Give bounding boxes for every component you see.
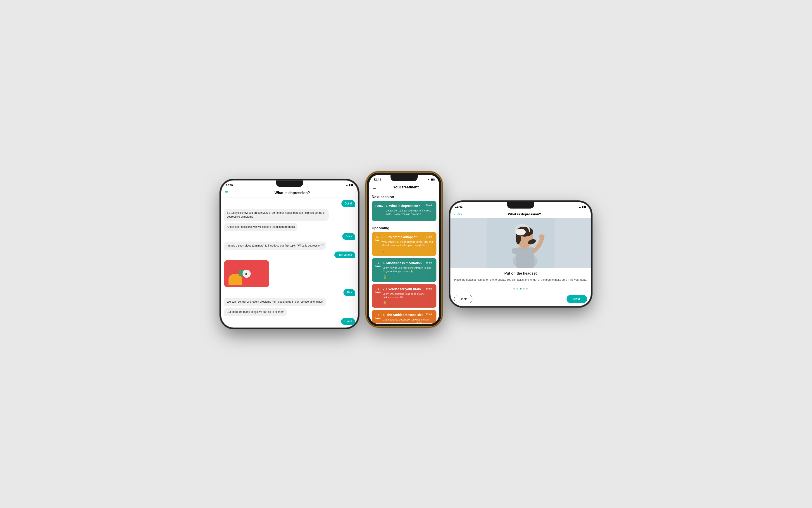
phone-1: 12:37 ▲ ▮▮▮ ☰ What is depression? Got it…	[221, 180, 358, 328]
bubble-sent-4: I get it	[341, 318, 355, 325]
card-6-content: 6. Mindfulness meditation 35 min Learn h…	[383, 261, 433, 279]
instruction-image	[450, 218, 591, 268]
status-icons-1: ▲ ▮▮▮	[346, 184, 353, 186]
step-desc: Place the headset high up on the forehea…	[454, 278, 587, 282]
notch-1	[276, 180, 303, 187]
status-icons-2: ▲ ▮▮▮	[427, 178, 435, 181]
wifi-icon-3: ▲	[579, 205, 581, 208]
dot-5	[526, 288, 528, 290]
card-6-lock: 🔒	[383, 275, 433, 279]
notch-3	[507, 202, 534, 209]
today-card-duration: 29 min	[426, 204, 433, 207]
time-1: 12:37	[226, 183, 233, 187]
phone-3: 12:41 ▲ ▮▮▮ ‹ Back What is depression?	[450, 202, 591, 306]
bubble-sent-1: Got it!	[341, 200, 355, 207]
today-tag: Today	[375, 204, 383, 207]
header-back-btn[interactable]: ‹ Back	[454, 212, 462, 216]
step-title: Put on the headset	[454, 271, 587, 276]
bubble-sent-3: I like videos	[334, 252, 355, 258]
battery-icon-3: ▮▮▮	[582, 205, 586, 208]
video-bubble[interactable]: ▶	[224, 260, 269, 287]
card-5-content: 5. Turn off the autopilot 21 min What wo…	[381, 235, 433, 253]
wifi-icon-2: ▲	[427, 178, 430, 181]
chevron-left-icon: ‹	[454, 212, 455, 216]
dot-4	[523, 288, 525, 290]
bubble-received-4: We can't control or prevent problems fro…	[224, 298, 326, 306]
time-3: 12:41	[455, 205, 462, 208]
card-6-desc: Learn how to use your concentration to s…	[383, 266, 433, 273]
battery-icon-1: ▮▮▮	[349, 184, 353, 186]
card-8-content: 8. The Antidepressant Diet 27 min Get a …	[383, 313, 433, 324]
session-card-5[interactable]: +1day 5. Turn off the autopilot 21 min W…	[372, 232, 437, 256]
video-decoration	[229, 274, 242, 285]
hamburger-icon[interactable]: ☰	[373, 185, 376, 190]
bubble-received-5: But there are many things we can do to f…	[224, 308, 287, 316]
instruction-content: Put on the headset Place the headset hig…	[450, 268, 591, 286]
card-6-title: 6. Mindfulness meditation	[383, 261, 422, 265]
phone-3-screen: 12:41 ▲ ▮▮▮ ‹ Back What is depression?	[450, 202, 591, 306]
instruction-footer: Back Next	[450, 292, 591, 306]
card-5-desc: What would you like to change in your li…	[381, 240, 433, 247]
treatment-title: Your treatment	[376, 185, 436, 189]
phone-2-screen: 12:41 ▲ ▮▮▮ ☰ Your treatment Next sessio…	[369, 175, 439, 324]
card-7-desc: Learn why exercise is as good as any ant…	[383, 292, 433, 299]
dot-3-active	[520, 288, 522, 290]
card-8-title: 8. The Antidepressant Diet	[383, 313, 422, 316]
card-5-title: 5. Turn off the autopilot	[381, 235, 416, 239]
phone-2: 12:41 ▲ ▮▮▮ ☰ Your treatment Next sessio…	[367, 173, 441, 326]
upcoming-label: Upcoming	[372, 223, 437, 232]
card-6-duration: 35 min	[426, 261, 433, 264]
back-button[interactable]: Back	[454, 295, 473, 303]
treatment-header: ☰ Your treatment	[369, 183, 439, 192]
day-tag-6: +2days	[375, 261, 380, 268]
bubble-received-3: I made a short video (1 minute) to intro…	[224, 242, 326, 250]
day-tag-7: +3days	[375, 287, 380, 294]
bubble-received-1: So today I'll show you an overview of so…	[224, 209, 329, 221]
card-8-desc: Get a detailed description of what to ea…	[383, 318, 433, 324]
today-card-desc: Depression can get you stuck in a viciou…	[385, 209, 433, 216]
card-7-lock: 🔒	[383, 301, 433, 304]
card-8-duration: 27 min	[426, 313, 433, 316]
next-session-label: Next session	[372, 192, 437, 201]
notch-2	[391, 175, 418, 181]
bubble-sent-2: Okay	[342, 233, 355, 240]
scene: 12:37 ▲ ▮▮▮ ☰ What is depression? Got it…	[0, 0, 812, 508]
menu-icon[interactable]: ☰	[225, 190, 229, 196]
today-card-title: 4. What is depression?	[385, 204, 420, 208]
chat-header: ☰ What is depression?	[221, 188, 358, 198]
svg-point-9	[516, 229, 526, 235]
svg-point-10	[512, 248, 521, 254]
time-2: 12:41	[373, 178, 381, 181]
instruction-title: What is depression?	[462, 212, 587, 216]
card-5-duration: 21 min	[426, 235, 433, 238]
next-button[interactable]: Next	[567, 295, 587, 303]
phone-1-screen: 12:37 ▲ ▮▮▮ ☰ What is depression? Got it…	[221, 180, 358, 328]
chat-title: What is depression?	[230, 191, 354, 195]
header-back-label: Back	[455, 212, 462, 216]
instruction-header: ‹ Back What is depression?	[450, 210, 591, 218]
battery-icon-2: ▮▮▮	[431, 178, 435, 181]
bubble-received-2: And in later sessions, we will explore t…	[224, 223, 297, 231]
card-5-lock: 🔒	[381, 249, 433, 253]
card-7-title: 7. Exercise for your brain	[383, 287, 421, 291]
card-7-content: 7. Exercise for your brain 30 min Learn …	[383, 287, 433, 305]
today-card[interactable]: Today 4. What is depression? 29 min Depr…	[372, 201, 437, 221]
video-play-button[interactable]: ▶	[243, 269, 251, 278]
card-7-duration: 30 min	[426, 287, 433, 290]
day-tag-8: +4days	[375, 313, 380, 320]
svg-point-8	[539, 234, 544, 239]
bubble-sent-play: Play	[343, 289, 355, 296]
dot-2	[517, 288, 518, 290]
treatment-body[interactable]: Next session Today 4. What is depression…	[369, 192, 439, 324]
session-card-6[interactable]: +2days 6. Mindfulness meditation 35 min …	[372, 258, 437, 282]
today-card-content: 4. What is depression? 29 min Depression…	[385, 204, 433, 216]
wifi-icon-1: ▲	[346, 184, 348, 186]
session-card-7[interactable]: +3days 7. Exercise for your brain 30 min…	[372, 284, 437, 308]
session-card-8[interactable]: +4days 8. The Antidepressant Diet 27 min…	[372, 310, 437, 324]
person-illustration	[450, 218, 591, 268]
dots-row	[450, 286, 591, 292]
day-tag-5: +1day	[375, 235, 379, 242]
status-icons-3: ▲ ▮▮▮	[579, 205, 586, 208]
chat-body[interactable]: Got it! So today I'll show you an overvi…	[221, 198, 358, 328]
dot-1	[513, 288, 515, 290]
